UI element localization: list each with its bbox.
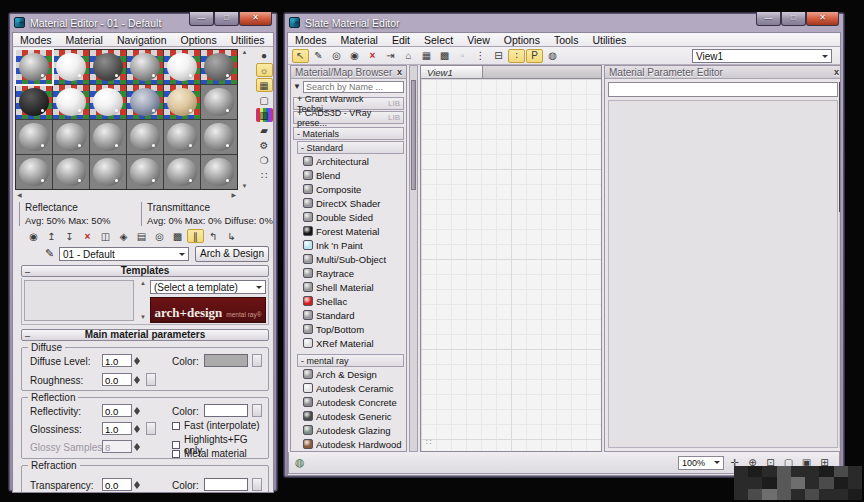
material-slot[interactable]	[90, 85, 126, 119]
scroll-right-icon[interactable]: ▶	[231, 192, 236, 199]
material-list-item[interactable]: Shell Material	[291, 280, 406, 294]
scroll-up-icon[interactable]: ▲	[242, 49, 248, 56]
material-list-item[interactable]: Ink 'n Paint	[291, 238, 406, 252]
collapse-icon[interactable]: –	[25, 267, 30, 277]
maximize-button[interactable]: □	[214, 12, 239, 26]
node-view-canvas[interactable]: ∷	[420, 79, 602, 452]
menu-item[interactable]: Options	[174, 34, 224, 46]
material-name-dropdown[interactable]: 01 - Default	[59, 247, 189, 261]
menu-item[interactable]: Select	[417, 34, 460, 46]
material-type-button[interactable]: Arch & Design	[195, 246, 269, 262]
material-slot[interactable]	[127, 155, 163, 189]
material-list-item[interactable]: Standard	[291, 308, 406, 322]
mentalray-group-header[interactable]: - mental ray	[297, 354, 404, 367]
material-list-item[interactable]: Shellac	[291, 294, 406, 308]
menu-item[interactable]: Utilities	[585, 34, 633, 46]
material-list-item[interactable]: Raytrace	[291, 266, 406, 280]
scroll-down-icon[interactable]: ▼	[242, 183, 248, 190]
materials-group-header[interactable]: - Materials	[293, 127, 404, 140]
right-titlebar[interactable]: Slate Material Editor — □ ✕	[287, 13, 841, 32]
reflection-color-map-button[interactable]	[252, 404, 262, 417]
parameter-name-input[interactable]	[608, 82, 838, 97]
reflectivity-spinner[interactable]: 0.0	[102, 404, 141, 417]
template-select-dropdown[interactable]: (Select a template)	[150, 280, 266, 294]
diffuse-color-map-button[interactable]	[252, 354, 262, 367]
collapse-icon[interactable]: –	[25, 331, 30, 341]
material-slot[interactable]	[127, 120, 163, 154]
material-slot[interactable]	[164, 85, 200, 119]
reflection-color-swatch[interactable]	[204, 404, 248, 417]
diffuse-color-swatch[interactable]	[204, 354, 248, 367]
menu-item[interactable]: Modes	[13, 34, 59, 46]
menu-item[interactable]: Modes	[288, 34, 334, 46]
material-list-item[interactable]: Autodesk Hardwood	[291, 437, 406, 451]
material-slot[interactable]	[201, 50, 237, 84]
diffuse-level-spinner[interactable]: 1.0	[102, 354, 141, 367]
material-list-item[interactable]: Autodesk Ceramic	[291, 381, 406, 395]
library-row[interactable]: + CADS3D - VRay prese... LIB	[293, 111, 404, 124]
scroll-left-icon[interactable]: ◀	[17, 192, 22, 199]
material-list-item[interactable]: Multi/Sub-Object	[291, 252, 406, 266]
close-panel-icon[interactable]: x	[834, 67, 839, 77]
material-slot[interactable]	[164, 120, 200, 154]
material-slot[interactable]	[90, 120, 126, 154]
menu-item[interactable]: Material	[334, 34, 385, 46]
material-list-item[interactable]: Autodesk Glazing	[291, 423, 406, 437]
menu-item[interactable]: Edit	[385, 34, 417, 46]
metal-material-checkbox[interactable]: Metal material	[172, 448, 247, 459]
material-list-item[interactable]: DirectX Shader	[291, 196, 406, 210]
close-button[interactable]: ✕	[239, 12, 272, 26]
sample-vertical-scroll[interactable]: ▲ ▼	[240, 49, 249, 190]
view-tab[interactable]: View1	[421, 66, 483, 78]
left-titlebar[interactable]: Material Editor - 01 - Default — □ ✕	[12, 13, 274, 32]
glossiness-map-button[interactable]	[146, 422, 156, 435]
menu-item[interactable]: Tools	[547, 34, 586, 46]
status-material-icon[interactable]: ◍	[295, 456, 305, 469]
material-list-item[interactable]: XRef Material	[291, 336, 406, 350]
material-slot[interactable]	[201, 120, 237, 154]
material-slot[interactable]	[127, 50, 163, 84]
material-list-item[interactable]: Blend	[291, 168, 406, 182]
view-selector-dropdown[interactable]: View1	[692, 49, 832, 63]
glossiness-spinner[interactable]: 1.0	[102, 422, 141, 435]
roughness-spinner[interactable]: 0.0	[102, 373, 141, 386]
material-slot[interactable]	[90, 155, 126, 189]
templates-rollout-header[interactable]: – Templates	[21, 265, 269, 277]
material-list-item[interactable]: Top/Bottom	[291, 322, 406, 336]
menu-item[interactable]: Navigation	[110, 34, 174, 46]
material-slot[interactable]	[53, 120, 89, 154]
roughness-map-button[interactable]	[146, 373, 156, 386]
refraction-color-map-button[interactable]	[252, 478, 262, 491]
sample-horizontal-scroll[interactable]: ◀ ▶	[15, 191, 238, 200]
material-list-item[interactable]: Autodesk Generic	[291, 409, 406, 423]
minimize-button[interactable]: —	[189, 12, 214, 26]
search-input[interactable]	[303, 81, 404, 93]
close-panel-icon[interactable]: x	[397, 67, 402, 77]
material-list-item[interactable]: Architectural	[291, 154, 406, 168]
material-slot[interactable]	[53, 155, 89, 189]
filter-icon[interactable]: ▼	[293, 82, 301, 91]
template-preview-arrows[interactable]: ▲▼	[138, 280, 148, 321]
fast-interpolate-checkbox[interactable]: Fast (interpolate)	[172, 420, 260, 431]
material-slot[interactable]	[16, 85, 52, 119]
param-editor-scrollbar[interactable]	[839, 82, 841, 448]
material-list-item[interactable]: Double Sided	[291, 210, 406, 224]
material-slot[interactable]	[201, 155, 237, 189]
material-list-item[interactable]: Composite	[291, 182, 406, 196]
material-list-item[interactable]: Autodesk Concrete	[291, 395, 406, 409]
material-slot[interactable]	[16, 50, 52, 84]
pick-material-eyedropper-icon[interactable]: ✎	[45, 247, 54, 260]
material-slot[interactable]	[164, 155, 200, 189]
main-params-rollout-header[interactable]: – Main material parameters	[21, 329, 269, 341]
material-slot[interactable]	[201, 85, 237, 119]
material-slot[interactable]	[53, 85, 89, 119]
zoom-level-dropdown[interactable]: 100%	[678, 456, 724, 470]
standard-group-header[interactable]: - Standard	[297, 141, 404, 154]
material-slot[interactable]	[127, 85, 163, 119]
minimize-button[interactable]: —	[756, 12, 781, 26]
browser-scrollbar[interactable]	[409, 65, 418, 452]
refraction-color-swatch[interactable]	[204, 478, 248, 491]
material-slot[interactable]	[90, 50, 126, 84]
material-slot[interactable]	[53, 50, 89, 84]
view-navigator-icon[interactable]: ∷	[426, 437, 432, 447]
